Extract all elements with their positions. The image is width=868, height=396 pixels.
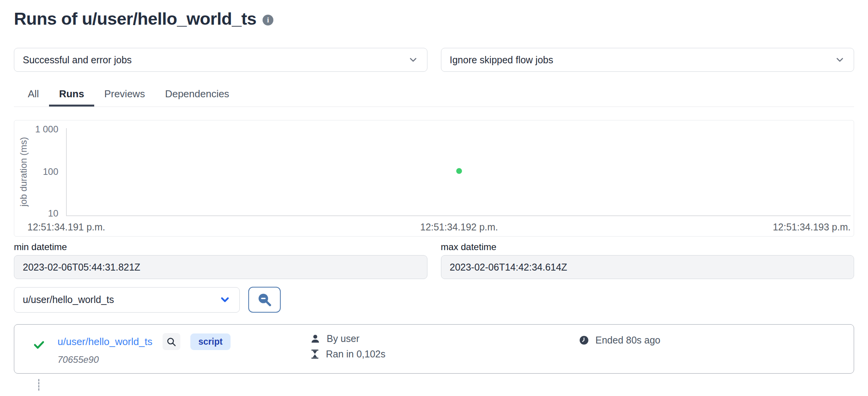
tab-dependencies[interactable]: Dependencies bbox=[155, 84, 239, 107]
run-details-button[interactable] bbox=[163, 333, 180, 350]
run-id: 70655e90 bbox=[58, 354, 231, 365]
timeline-connector bbox=[38, 379, 39, 391]
run-data-point[interactable] bbox=[456, 168, 462, 174]
path-filter-row: u/user/hello_world_ts bbox=[14, 287, 854, 313]
x-axis-tick-right: 12:51:34.193 p.m. bbox=[773, 222, 851, 233]
tab-all[interactable]: All bbox=[18, 84, 49, 107]
run-kind-badge: script bbox=[190, 333, 231, 350]
skipped-flow-filter-select[interactable]: Ignore skipped flow jobs bbox=[441, 48, 854, 72]
clock-icon bbox=[579, 335, 589, 345]
search-button[interactable] bbox=[248, 287, 281, 313]
runs-page: Runs of u/user/hello_world_ts i Successf… bbox=[0, 8, 868, 391]
job-status-filter-value: Successful and error jobs bbox=[23, 54, 132, 66]
x-axis-line bbox=[66, 215, 851, 216]
run-meta: By user Ran in 0,102s bbox=[310, 333, 385, 360]
job-status-filter-select[interactable]: Successful and error jobs bbox=[14, 48, 427, 72]
chevron-down-icon bbox=[219, 294, 231, 306]
max-datetime-label: max datetime bbox=[441, 242, 854, 252]
user-icon bbox=[310, 333, 320, 344]
chevron-down-icon bbox=[408, 54, 419, 65]
runs-kind-tabs: All Runs Previews Dependencies bbox=[14, 84, 854, 107]
search-icon bbox=[256, 292, 273, 308]
max-datetime-input[interactable] bbox=[441, 255, 854, 279]
hourglass-icon bbox=[310, 349, 320, 359]
min-datetime-label: min datetime bbox=[14, 242, 427, 252]
min-datetime-input[interactable] bbox=[14, 255, 427, 279]
y-axis-tick-1000: 1 000 bbox=[14, 124, 58, 135]
y-axis-tick-100: 100 bbox=[14, 166, 58, 177]
run-ended: Ended 80s ago bbox=[579, 335, 660, 346]
tab-previews[interactable]: Previews bbox=[94, 84, 155, 107]
script-path-select[interactable]: u/user/hello_world_ts bbox=[14, 287, 240, 313]
info-icon[interactable]: i bbox=[263, 15, 273, 25]
run-triggered-by: By user bbox=[327, 333, 359, 344]
x-axis-tick-left: 12:51:34.191 p.m. bbox=[27, 222, 105, 233]
run-duration: Ran in 0,102s bbox=[326, 349, 385, 360]
script-path-value: u/user/hello_world_ts bbox=[23, 294, 114, 305]
filters-row: Successful and error jobs Ignore skipped… bbox=[14, 48, 854, 72]
run-ended-text: Ended 80s ago bbox=[595, 335, 660, 346]
skipped-flow-filter-value: Ignore skipped flow jobs bbox=[450, 54, 553, 66]
success-check-icon bbox=[33, 338, 45, 351]
run-path-link[interactable]: u/user/hello_world_ts bbox=[58, 336, 153, 348]
x-axis-tick-middle: 12:51:34.192 p.m. bbox=[420, 222, 498, 233]
run-main: u/user/hello_world_ts script 70655e90 bbox=[58, 333, 231, 365]
job-duration-chart: job duration (ms) 1 000 100 10 12:51:34.… bbox=[14, 120, 854, 237]
y-axis-line bbox=[66, 128, 67, 215]
page-header: Runs of u/user/hello_world_ts i bbox=[14, 8, 854, 29]
page-title: Runs of u/user/hello_world_ts bbox=[14, 9, 256, 29]
tab-runs[interactable]: Runs bbox=[49, 84, 94, 107]
run-list-item: u/user/hello_world_ts script 70655e90 By… bbox=[14, 324, 854, 374]
datetime-range-row: min datetime max datetime bbox=[14, 242, 854, 279]
magnifier-icon bbox=[166, 337, 176, 347]
y-axis-tick-10: 10 bbox=[14, 208, 58, 219]
chevron-down-icon bbox=[834, 54, 845, 65]
